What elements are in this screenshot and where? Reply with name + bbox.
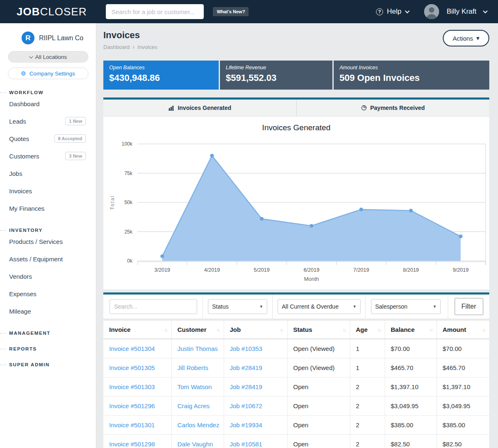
invoice-link[interactable]: Invoice #501296 [109,402,155,409]
job-link[interactable]: Job #28419 [230,364,262,371]
sort-icon[interactable]: ↑↓ [343,327,346,332]
invoice-link[interactable]: Invoice #501303 [109,383,155,390]
current-overdue-select[interactable]: All Current & Overdue ▼ [278,299,361,314]
invoice-link[interactable]: Invoice #501305 [109,364,155,371]
tab-label: Invoices Generated [178,105,231,111]
job-link[interactable]: Job #19934 [230,421,262,429]
job-link[interactable]: Job #28419 [230,383,262,390]
gear-icon: ⚙ [21,71,26,76]
svg-text:25k: 25k [124,229,133,235]
job-link[interactable]: Job #10353 [230,345,262,352]
invoices-table-card: Invoice↑↓Customer↑↓Job↑↓Status↑↓Age↑↓Bal… [103,321,489,448]
sidebar-item-expenses[interactable]: Expenses [0,285,96,302]
column-header-invoice[interactable]: Invoice↑↓ [103,321,171,339]
company-settings-button[interactable]: ⚙ Company Settings [8,68,88,79]
company-settings-label: Company Settings [29,71,75,77]
breadcrumb-dashboard[interactable]: Dashboard [103,44,130,50]
customer-link[interactable]: Dale Vaughn [178,441,213,448]
customer-link[interactable]: Craig Acres [178,402,210,409]
sidebar-section-workflow: WORKFLOW [0,90,96,95]
amount-cell: $82.50 [437,434,489,448]
column-header-customer[interactable]: Customer↑↓ [171,321,224,339]
sidebar-item-mileage[interactable]: Mileage [0,302,96,320]
sidebar-item-vendors[interactable]: Vendors [0,268,96,285]
help-menu[interactable]: ? Help [376,7,408,16]
column-header-amount[interactable]: Amount↑↓ [437,321,489,339]
sidebar-item-label: Vendors [9,273,32,280]
breadcrumb-invoices: Invoices [137,44,157,50]
sidebar-item-products-services[interactable]: Products / Services [0,233,96,250]
actions-label: Actions [453,35,473,42]
sidebar-item-jobs[interactable]: Jobs [0,165,96,182]
column-header-balance[interactable]: Balance↑↓ [385,321,437,339]
sort-icon[interactable]: ↑↓ [482,327,485,332]
page-title: Invoices [103,30,157,41]
table-row: Invoice #501305Jill RobertsJob #28419Ope… [103,358,489,377]
all-locations-dropdown[interactable]: All Locations [8,51,88,63]
customer-link[interactable]: Justin Thomas [178,345,218,352]
section-label: WORKFLOW [9,90,44,95]
sidebar-item-quotes[interactable]: Quotes8 Accepted [0,130,96,147]
svg-text:8/2019: 8/2019 [403,267,419,273]
stat-label: Amount Invoices [339,65,483,71]
job-link[interactable]: Job #10672 [230,402,262,409]
status-select[interactable]: Status ▼ [208,299,267,314]
caret-down-icon: ▼ [433,304,437,309]
user-name[interactable]: Billy Kraft [447,7,476,16]
balance-cell: $82.50 [385,434,437,448]
sidebar-item-label: Invoices [9,187,32,195]
sort-icon[interactable]: ↑↓ [378,327,381,332]
tab-invoices-generated[interactable]: Invoices Generated [103,100,296,116]
whats-new-button[interactable]: What's New? [213,7,249,16]
column-label: Customer [178,326,207,333]
sidebar-item-badge: 8 Accepted [54,134,86,143]
sidebar-item-my-finances[interactable]: My Finances [0,200,96,217]
sort-icon[interactable]: ↑↓ [217,327,220,332]
sidebar-item-dashboard[interactable]: Dashboard [0,95,96,112]
stat-label: Lifetime Revenue [226,65,327,71]
sort-icon[interactable]: ↑↓ [280,327,283,332]
age-cell: 1 [350,358,385,377]
breadcrumb: Dashboard › Invoices [103,44,157,50]
actions-button[interactable]: Actions ▾ [443,30,489,46]
pie-chart-icon [361,105,367,111]
salesperson-select[interactable]: Salesperson ▼ [371,299,441,314]
user-avatar[interactable] [424,4,439,19]
invoice-link[interactable]: Invoice #501301 [109,421,155,429]
sidebar-item-leads[interactable]: Leads1 New [0,112,96,130]
invoice-link[interactable]: Invoice #501304 [109,345,155,352]
job-link[interactable]: Job #10581 [230,441,262,448]
svg-text:6/2019: 6/2019 [303,267,319,273]
status-select-value: Status [212,303,229,310]
chevron-down-icon[interactable] [483,9,488,13]
tab-label: Payments Received [370,105,425,111]
section-label: REPORTS [9,346,37,351]
stat-value: 509 Open Invoices [339,73,483,83]
sidebar-item-customers[interactable]: Customers3 New [0,147,96,165]
customer-link[interactable]: Jill Roberts [178,364,208,371]
sort-icon[interactable]: ↑↓ [164,327,167,332]
column-header-job[interactable]: Job↑↓ [224,321,287,339]
global-search-input[interactable] [106,4,204,19]
table-search-input[interactable] [110,299,197,314]
person-icon [424,4,439,19]
sidebar-item-assets-equipment[interactable]: Assets / Equipment [0,250,96,268]
salesperson-value: Salesperson [375,303,408,310]
invoices-table: Invoice↑↓Customer↑↓Job↑↓Status↑↓Age↑↓Bal… [103,321,489,448]
sidebar-item-invoices[interactable]: Invoices [0,182,96,200]
sort-icon[interactable]: ↑↓ [430,327,432,332]
column-header-age[interactable]: Age↑↓ [350,321,385,339]
sidebar-item-label: Expenses [9,290,37,297]
invoice-link[interactable]: Invoice #501298 [109,441,155,448]
tab-payments-received[interactable]: Payments Received [296,100,490,116]
stat-card-amount-invoices: Amount Invoices509 Open Invoices [334,61,489,90]
chevron-down-icon [29,54,33,58]
logo-light: CLOSER [40,5,87,18]
column-header-status[interactable]: Status↑↓ [287,321,350,339]
company-logo: R [22,32,34,44]
customer-link[interactable]: Tom Watson [178,383,212,390]
filter-button[interactable]: Filter [454,298,483,315]
age-cell: 2 [350,434,385,448]
age-cell: 2 [350,377,385,396]
customer-link[interactable]: Carlos Mendez [178,421,220,429]
